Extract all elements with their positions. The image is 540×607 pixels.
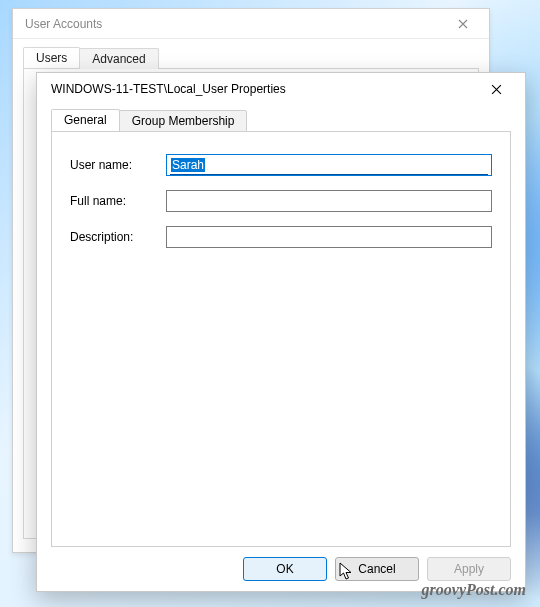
properties-title: WINDOWS-11-TEST\Local_User Properties	[51, 82, 475, 96]
tab-general[interactable]: General	[51, 109, 120, 131]
description-label: Description:	[70, 230, 166, 244]
ok-button[interactable]: OK	[243, 557, 327, 581]
user-accounts-title: User Accounts	[25, 17, 443, 31]
general-panel: User name: Sarah Full name: Description:	[51, 131, 511, 547]
apply-button[interactable]: Apply	[427, 557, 511, 581]
close-icon	[491, 84, 502, 95]
tab-group-membership[interactable]: Group Membership	[119, 110, 248, 132]
close-icon	[458, 19, 468, 29]
user-accounts-tabs: Users Advanced	[23, 47, 479, 69]
fullname-input[interactable]	[166, 190, 492, 212]
properties-titlebar[interactable]: WINDOWS-11-TEST\Local_User Properties	[37, 73, 525, 105]
user-properties-dialog: WINDOWS-11-TEST\Local_User Properties Ge…	[36, 72, 526, 592]
username-value: Sarah	[171, 158, 205, 172]
fullname-label: Full name:	[70, 194, 166, 208]
cancel-button[interactable]: Cancel	[335, 557, 419, 581]
username-input[interactable]: Sarah	[166, 154, 492, 176]
properties-close-button[interactable]	[475, 75, 517, 103]
username-label: User name:	[70, 158, 166, 172]
tab-users[interactable]: Users	[23, 47, 80, 68]
user-accounts-close-button[interactable]	[443, 10, 483, 38]
description-input[interactable]	[166, 226, 492, 248]
dialog-button-row: OK Cancel Apply	[51, 547, 511, 581]
tab-advanced[interactable]: Advanced	[79, 48, 158, 69]
watermark: groovyPost.com	[422, 581, 526, 599]
properties-tabs: General Group Membership	[51, 109, 511, 131]
user-accounts-titlebar[interactable]: User Accounts	[13, 9, 489, 39]
